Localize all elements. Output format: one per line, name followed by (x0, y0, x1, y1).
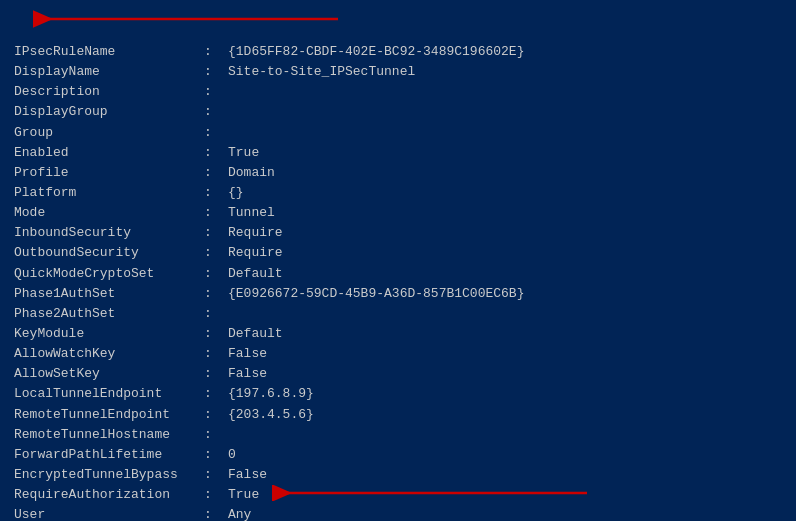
table-row: RemoteTunnelHostname : (14, 425, 782, 445)
prop-name: Mode (14, 203, 204, 223)
prop-name: KeyModule (14, 324, 204, 344)
prop-value: {197.6.8.9} (228, 384, 314, 404)
prop-separator: : (204, 304, 222, 324)
require-auth-arrow-icon (267, 485, 597, 501)
prop-name: Enabled (14, 143, 204, 163)
table-row: EncryptedTunnelBypass :False (14, 465, 782, 485)
table-row: InboundSecurity :Require (14, 223, 782, 243)
prop-name: Phase2AuthSet (14, 304, 204, 324)
prop-separator: : (204, 163, 222, 183)
table-row: AllowWatchKey :False (14, 344, 782, 364)
table-row: QuickModeCryptoSet :Default (14, 264, 782, 284)
prop-value: Domain (228, 163, 275, 183)
prop-value: Tunnel (228, 203, 275, 223)
table-row: Mode :Tunnel (14, 203, 782, 223)
properties-table: IPsecRuleName :{1D65FF82-CBDF-402E-BC92-… (14, 42, 782, 521)
table-row: IPsecRuleName :{1D65FF82-CBDF-402E-BC92-… (14, 42, 782, 62)
table-row: DisplayGroup : (14, 102, 782, 122)
prop-name: Platform (14, 183, 204, 203)
prop-name: OutboundSecurity (14, 243, 204, 263)
prop-separator: : (204, 324, 222, 344)
prop-separator: : (204, 505, 222, 521)
prop-name: DisplayName (14, 62, 204, 82)
table-row: User :Any (14, 505, 782, 521)
prop-separator: : (204, 42, 222, 62)
prop-value: 0 (228, 445, 236, 465)
table-row: RequireAuthorization :True (14, 485, 782, 505)
table-row: OutboundSecurity :Require (14, 243, 782, 263)
prop-separator: : (204, 284, 222, 304)
prop-value: {E0926672-59CD-45B9-A36D-857B1C00EC6B} (228, 284, 524, 304)
prop-name: AllowWatchKey (14, 344, 204, 364)
prop-value: True (228, 143, 259, 163)
table-row: LocalTunnelEndpoint :{197.6.8.9} (14, 384, 782, 404)
prop-name: User (14, 505, 204, 521)
prop-separator: : (204, 203, 222, 223)
prop-separator: : (204, 223, 222, 243)
prop-value: {1D65FF82-CBDF-402E-BC92-3489C196602E} (228, 42, 524, 62)
prop-name: Profile (14, 163, 204, 183)
table-row: KeyModule :Default (14, 324, 782, 344)
prop-name: IPsecRuleName (14, 42, 204, 62)
command-arrow-icon (28, 10, 348, 28)
prop-name: QuickModeCryptoSet (14, 264, 204, 284)
prop-value: {203.4.5.6} (228, 405, 314, 425)
prop-value: False (228, 344, 267, 364)
prop-name: RemoteTunnelHostname (14, 425, 204, 445)
prop-name: AllowSetKey (14, 364, 204, 384)
table-row: Description : (14, 82, 782, 102)
prop-name: Description (14, 82, 204, 102)
prop-value: Require (228, 243, 283, 263)
prop-separator: : (204, 344, 222, 364)
table-row: RemoteTunnelEndpoint :{203.4.5.6} (14, 405, 782, 425)
prop-value: {} (228, 183, 244, 203)
prop-separator: : (204, 405, 222, 425)
table-row: DisplayName :Site-to-Site_IPSecTunnel (14, 62, 782, 82)
prop-separator: : (204, 465, 222, 485)
prop-separator: : (204, 364, 222, 384)
prop-value: Any (228, 505, 251, 521)
prop-value: Site-to-Site_IPSecTunnel (228, 62, 415, 82)
prop-separator: : (204, 264, 222, 284)
prop-name: DisplayGroup (14, 102, 204, 122)
table-row: ForwardPathLifetime :0 (14, 445, 782, 465)
prop-separator: : (204, 123, 222, 143)
prop-separator: : (204, 183, 222, 203)
prop-name: Group (14, 123, 204, 143)
prop-name: LocalTunnelEndpoint (14, 384, 204, 404)
prop-value: Default (228, 264, 283, 284)
prop-value: False (228, 465, 267, 485)
prop-name: RequireAuthorization (14, 485, 204, 505)
prop-separator: : (204, 102, 222, 122)
prop-value: False (228, 364, 267, 384)
prop-separator: : (204, 485, 222, 505)
table-row: Phase1AuthSet :{E0926672-59CD-45B9-A36D-… (14, 284, 782, 304)
prop-separator: : (204, 143, 222, 163)
prop-separator: : (204, 425, 222, 445)
prop-name: Phase1AuthSet (14, 284, 204, 304)
prop-value: True (228, 485, 259, 505)
prop-value: Require (228, 223, 283, 243)
table-row: Phase2AuthSet : (14, 304, 782, 324)
prop-separator: : (204, 445, 222, 465)
prop-separator: : (204, 243, 222, 263)
table-row: Platform :{} (14, 183, 782, 203)
prop-name: EncryptedTunnelBypass (14, 465, 204, 485)
table-row: Enabled :True (14, 143, 782, 163)
prop-name: InboundSecurity (14, 223, 204, 243)
prop-name: RemoteTunnelEndpoint (14, 405, 204, 425)
table-row: Profile :Domain (14, 163, 782, 183)
table-row: AllowSetKey :False (14, 364, 782, 384)
command-line (14, 10, 782, 28)
prop-value: Default (228, 324, 283, 344)
prop-separator: : (204, 82, 222, 102)
prop-separator: : (204, 384, 222, 404)
table-row: Group : (14, 123, 782, 143)
prop-separator: : (204, 62, 222, 82)
prop-name: ForwardPathLifetime (14, 445, 204, 465)
